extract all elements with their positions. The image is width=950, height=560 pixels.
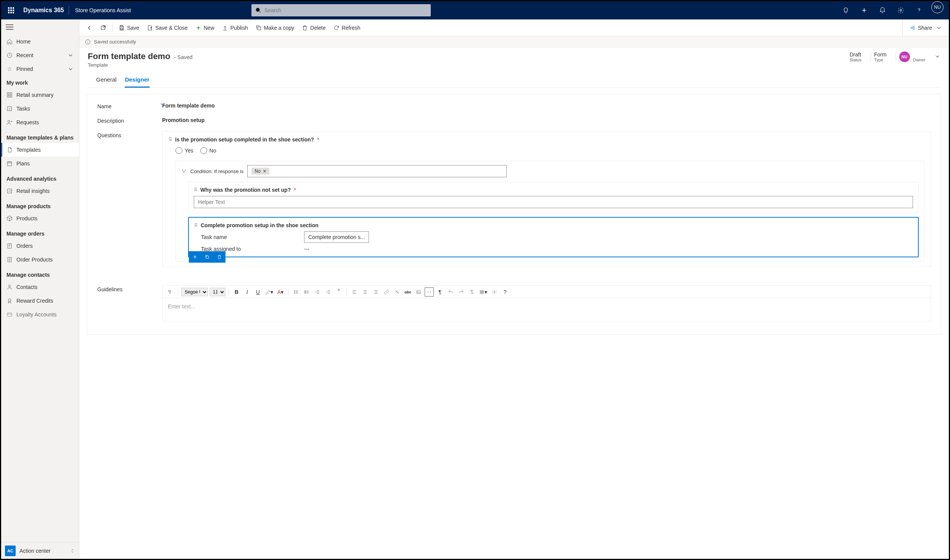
- new-button[interactable]: New: [192, 19, 218, 36]
- grip-icon[interactable]: ⠿: [194, 223, 198, 228]
- align-left-icon[interactable]: [350, 287, 359, 297]
- blockquote-icon[interactable]: ”: [334, 287, 343, 297]
- nav-home[interactable]: Home: [1, 35, 79, 48]
- tab-designer[interactable]: Designer: [125, 73, 149, 88]
- condition-select[interactable]: No✕: [247, 165, 507, 177]
- clear-format-icon[interactable]: [467, 287, 477, 297]
- grip-icon[interactable]: ⠿: [169, 137, 172, 142]
- plus-icon[interactable]: [855, 1, 873, 19]
- chip-remove-icon[interactable]: ✕: [263, 169, 266, 174]
- subquestion-text: Why was the promotion not set up?: [200, 187, 291, 193]
- align-center-icon[interactable]: [361, 287, 370, 297]
- helper-text-input[interactable]: [194, 196, 913, 208]
- italic-icon[interactable]: I: [243, 287, 252, 297]
- area-switcher[interactable]: AC Action center: [1, 542, 79, 559]
- font-color-icon[interactable]: A▾: [276, 287, 285, 297]
- question-card-1[interactable]: ⠿ Is the promotion setup completed in th…: [162, 132, 931, 266]
- section-manage-contacts: Manage contacts: [1, 266, 79, 280]
- table-icon[interactable]: ▾: [478, 287, 488, 297]
- global-search[interactable]: [251, 4, 431, 16]
- align-right-icon[interactable]: [371, 287, 380, 297]
- rich-text-editor[interactable]: Enter text...: [163, 298, 931, 321]
- highlight-icon[interactable]: ▾: [264, 287, 274, 297]
- nav-retail-summary[interactable]: Retail summary: [1, 88, 79, 102]
- nav-reward-credits[interactable]: Reward Credits: [1, 294, 79, 308]
- font-size-select[interactable]: 11: [209, 288, 225, 296]
- condition-chip[interactable]: No✕: [251, 168, 269, 175]
- bold-icon[interactable]: B: [232, 287, 241, 297]
- publish-button[interactable]: Publish: [218, 19, 252, 36]
- nav-products[interactable]: Products: [1, 212, 79, 225]
- bullet-list-icon[interactable]: [291, 287, 301, 297]
- nav-plans[interactable]: Plans: [1, 157, 79, 170]
- section-my-work: My work: [1, 76, 79, 88]
- toolbar-help-icon[interactable]: ?: [501, 287, 510, 297]
- task-assigned-value[interactable]: ---: [304, 246, 309, 252]
- format-painter-icon[interactable]: [166, 287, 175, 297]
- ltr-icon[interactable]: ¶: [435, 287, 444, 297]
- question-1-text: Is the promotion setup completed in the …: [175, 136, 314, 143]
- header-expand-button[interactable]: [934, 53, 940, 61]
- name-value[interactable]: Form template demo: [162, 103, 215, 109]
- redo-icon[interactable]: [457, 287, 466, 297]
- subquestion-card[interactable]: ⠿ Why was the promotion not set up? *: [188, 182, 919, 213]
- nav-tasks[interactable]: Tasks: [1, 102, 79, 116]
- nav-templates[interactable]: Templates: [1, 143, 79, 157]
- task-name-label: Task name: [201, 234, 304, 240]
- svg-line-1: [259, 11, 261, 13]
- nav-recent-label: Recent: [16, 52, 33, 58]
- unlink-icon[interactable]: [393, 287, 402, 297]
- grip-icon[interactable]: ⠿: [194, 187, 197, 193]
- svg-point-74: [494, 291, 495, 293]
- save-button[interactable]: Save: [115, 19, 143, 36]
- make-copy-button[interactable]: Make a copy: [252, 19, 298, 36]
- code-icon[interactable]: [425, 287, 434, 297]
- back-button[interactable]: [82, 19, 96, 36]
- nav-contacts[interactable]: Contacts: [1, 280, 79, 294]
- description-value[interactable]: Promotion setup: [162, 117, 204, 124]
- hamburger-icon[interactable]: [6, 24, 13, 30]
- nav-requests[interactable]: Requests: [1, 116, 79, 129]
- bell-icon[interactable]: [873, 1, 892, 19]
- nav-loyalty-accounts[interactable]: Loyalty Accounts: [1, 308, 79, 321]
- svg-rect-7: [10, 93, 12, 95]
- user-avatar[interactable]: NU: [931, 1, 944, 13]
- undo-icon[interactable]: [446, 287, 455, 297]
- image-icon[interactable]: [414, 287, 423, 297]
- toolbar-settings-icon[interactable]: [490, 287, 499, 297]
- app-name-label: Store Operations Assist: [69, 7, 137, 13]
- nav-orders[interactable]: Orders: [1, 239, 79, 253]
- nav-order-products[interactable]: Order Products: [1, 253, 79, 266]
- header-owner: NU Owner: [896, 51, 928, 62]
- task-name-input[interactable]: Complete promotion s...: [304, 231, 369, 243]
- save-close-button[interactable]: Save & Close: [143, 19, 192, 36]
- task-delete-button[interactable]: [213, 251, 225, 263]
- gear-icon[interactable]: [892, 1, 910, 19]
- font-family-select[interactable]: Segoe UI: [181, 288, 208, 296]
- nav-pinned[interactable]: Pinned: [1, 62, 79, 76]
- nav-recent[interactable]: Recent: [1, 48, 79, 62]
- underline-icon[interactable]: U: [253, 287, 262, 297]
- indent-icon[interactable]: [324, 287, 333, 297]
- svg-rect-10: [8, 107, 12, 111]
- strikethrough-icon[interactable]: abc: [403, 287, 412, 297]
- lightbulb-icon[interactable]: [837, 1, 855, 19]
- share-button[interactable]: Share: [906, 19, 946, 36]
- search-input[interactable]: [261, 7, 427, 13]
- task-add-button[interactable]: [189, 251, 201, 263]
- task-card[interactable]: ⠿ Complete promotion setup in the shoe s…: [188, 217, 919, 257]
- radio-yes[interactable]: Yes: [176, 147, 193, 154]
- nav-retail-insights[interactable]: Retail insights: [1, 184, 79, 198]
- task-copy-button[interactable]: [201, 251, 213, 263]
- radio-no[interactable]: No: [200, 147, 216, 154]
- link-icon[interactable]: [382, 287, 391, 297]
- refresh-button[interactable]: Refresh: [330, 19, 364, 36]
- outdent-icon[interactable]: [313, 287, 322, 297]
- number-list-icon[interactable]: 123: [302, 287, 311, 297]
- open-new-window-button[interactable]: [96, 19, 110, 36]
- tab-general[interactable]: General: [96, 73, 116, 87]
- guidelines-label: Guidelines: [97, 286, 162, 292]
- delete-button[interactable]: Delete: [298, 19, 329, 36]
- help-icon[interactable]: [910, 1, 928, 19]
- app-launcher-icon[interactable]: [3, 1, 19, 19]
